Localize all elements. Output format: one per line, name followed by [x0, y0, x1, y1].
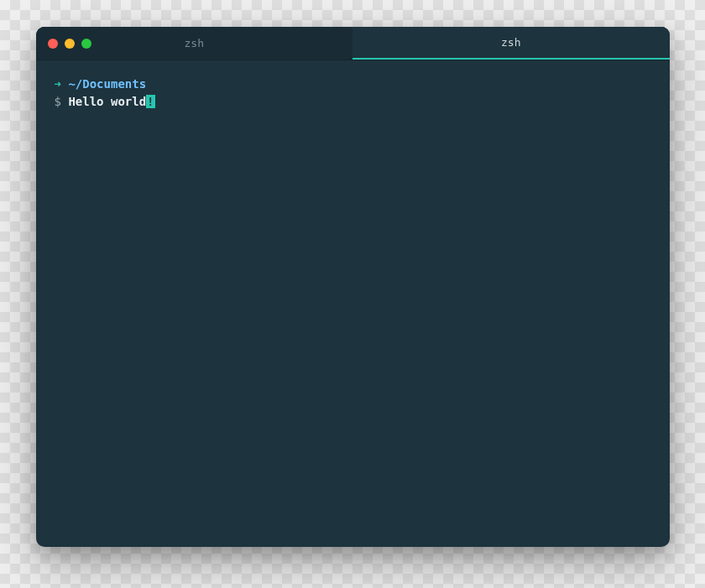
titlebar: zsh zsh — [36, 27, 670, 60]
terminal-body[interactable]: ➜ ~/Documents $ Hello world! — [36, 60, 670, 547]
prompt-arrow-icon: ➜ — [55, 77, 61, 91]
command-text: Hello world — [68, 95, 146, 108]
prompt-path: ~/Documents — [68, 77, 146, 91]
terminal-window: zsh zsh ➜ ~/Documents $ Hello world! — [36, 27, 670, 547]
prompt-line-1: ➜ ~/Documents — [55, 75, 651, 93]
tab-label: zsh — [185, 37, 204, 49]
prompt-line-2: $ Hello world! — [55, 93, 651, 111]
tab-bar: zsh zsh — [36, 27, 670, 60]
traffic-lights — [36, 27, 91, 60]
prompt-symbol: $ — [55, 95, 61, 108]
close-icon[interactable] — [48, 39, 58, 49]
minimize-icon[interactable] — [65, 39, 75, 49]
tab-zsh-2[interactable]: zsh — [352, 27, 670, 60]
tab-label: zsh — [501, 36, 520, 49]
maximize-icon[interactable] — [81, 39, 91, 49]
cursor: ! — [146, 95, 154, 108]
